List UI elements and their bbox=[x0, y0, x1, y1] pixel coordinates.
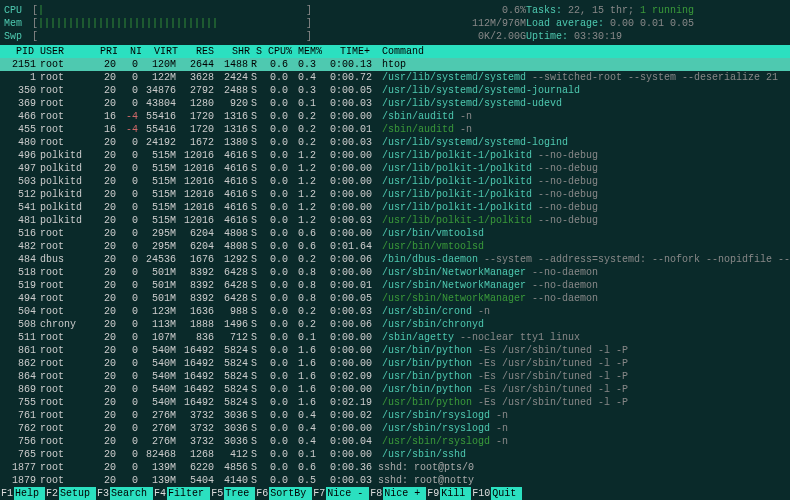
cpu-label: CPU bbox=[4, 4, 32, 17]
table-row[interactable]: 503polkitd200515M120164616S0.01.20:00.00… bbox=[0, 175, 790, 188]
swp-val: 0K/2.00G bbox=[456, 30, 526, 43]
table-row[interactable]: 480root2002419216721380S0.00.20:00.03 /u… bbox=[0, 136, 790, 149]
mem-label: Mem bbox=[4, 17, 32, 30]
fkey-f3[interactable]: F3 bbox=[96, 487, 110, 500]
table-row[interactable]: 496polkitd200515M120164616S0.01.20:00.00… bbox=[0, 149, 790, 162]
table-row[interactable]: 482root200295M62044808S0.00.60:01.64 /us… bbox=[0, 240, 790, 253]
flabel-sortby[interactable]: SortBy bbox=[269, 487, 312, 500]
table-row[interactable]: 864root200540M164925824S0.01.60:02.09 /u… bbox=[0, 370, 790, 383]
table-row[interactable]: 762root200276M37323036S0.00.40:00.00 /us… bbox=[0, 422, 790, 435]
table-row[interactable]: 484dbus2002453616761292S0.00.20:00.06 /b… bbox=[0, 253, 790, 266]
table-row[interactable]: 519root200501M83926428S0.00.80:00.01 /us… bbox=[0, 279, 790, 292]
fkey-f5[interactable]: F5 bbox=[210, 487, 224, 500]
footer: F1HelpF2SetupF3SearchF4FilterF5TreeF6Sor… bbox=[0, 487, 790, 500]
table-row[interactable]: 481polkitd200515M120164616S0.01.20:00.03… bbox=[0, 214, 790, 227]
table-row[interactable]: 765root200824681268412S0.00.10:00.00 /us… bbox=[0, 448, 790, 461]
table-row[interactable]: 756root200276M37323036S0.00.40:00.04 /us… bbox=[0, 435, 790, 448]
table-row[interactable]: 497polkitd200515M120164616S0.01.20:00.00… bbox=[0, 162, 790, 175]
table-row[interactable]: 504root200123M1636988S0.00.20:00.03 /usr… bbox=[0, 305, 790, 318]
table-row[interactable]: 861root200540M164925824S0.01.60:00.00 /u… bbox=[0, 344, 790, 357]
table-row[interactable]: 369root200438041280920S0.00.10:00.03 /us… bbox=[0, 97, 790, 110]
swp-meter: Swp [] 0K/2.00G bbox=[4, 30, 526, 43]
process-list[interactable]: 2151root200120M26441488R0.60.30:00.13 ht… bbox=[0, 58, 790, 500]
table-row[interactable]: 761root200276M37323036S0.00.40:00.02 /us… bbox=[0, 409, 790, 422]
fkey-f2[interactable]: F2 bbox=[45, 487, 59, 500]
table-row[interactable]: 541polkitd200515M120164616S0.01.20:00.00… bbox=[0, 201, 790, 214]
flabel-kill[interactable]: Kill bbox=[440, 487, 471, 500]
fkey-f1[interactable]: F1 bbox=[0, 487, 14, 500]
table-row[interactable]: 2151root200120M26441488R0.60.30:00.13 ht… bbox=[0, 58, 790, 71]
load-line: Load average: 0.00 0.01 0.05 bbox=[526, 17, 786, 30]
cpu-pct: 0.6% bbox=[456, 4, 526, 17]
table-row[interactable]: 350root2003487627922488S0.00.30:00.05 /u… bbox=[0, 84, 790, 97]
table-row[interactable]: 869root200540M164925824S0.01.60:00.00 /u… bbox=[0, 383, 790, 396]
flabel-setup[interactable]: Setup bbox=[59, 487, 96, 500]
table-row[interactable]: 1879root200139M54044140S0.00.50:00.03 ss… bbox=[0, 474, 790, 487]
fkey-f7[interactable]: F7 bbox=[312, 487, 326, 500]
table-row[interactable]: 1877root200139M62204856S0.00.60:00.36 ss… bbox=[0, 461, 790, 474]
fkey-f6[interactable]: F6 bbox=[255, 487, 269, 500]
flabel-help[interactable]: Help bbox=[14, 487, 45, 500]
flabel-tree[interactable]: Tree bbox=[224, 487, 255, 500]
flabel-nice +[interactable]: Nice + bbox=[383, 487, 426, 500]
meters: CPU [|] 0.6% Mem [||||||||||||||||||||||… bbox=[4, 4, 526, 43]
cpu-bar: | bbox=[38, 5, 44, 16]
flabel-search[interactable]: Search bbox=[110, 487, 153, 500]
table-row[interactable]: 516root200295M62044808S0.00.60:00.00 /us… bbox=[0, 227, 790, 240]
flabel-quit[interactable]: Quit bbox=[491, 487, 522, 500]
mem-bar: |||||||||||||||||||||||||||||| bbox=[38, 18, 218, 29]
table-row[interactable]: 1root200122M36282424S0.00.40:00.72 /usr/… bbox=[0, 71, 790, 84]
mem-val: 112M/976M bbox=[456, 17, 526, 30]
table-row[interactable]: 518root200501M83926428S0.00.80:00.00 /us… bbox=[0, 266, 790, 279]
fkey-f4[interactable]: F4 bbox=[153, 487, 167, 500]
fkey-f8[interactable]: F8 bbox=[369, 487, 383, 500]
fkey-f9[interactable]: F9 bbox=[426, 487, 440, 500]
header: CPU [|] 0.6% Mem [||||||||||||||||||||||… bbox=[0, 0, 790, 45]
uptime-line: Uptime: 03:30:19 bbox=[526, 30, 786, 43]
mem-meter: Mem [||||||||||||||||||||||||||||||] 112… bbox=[4, 17, 526, 30]
table-row[interactable]: 512polkitd200515M120164616S0.01.20:00.00… bbox=[0, 188, 790, 201]
fkey-f10[interactable]: F10 bbox=[471, 487, 491, 500]
table-row[interactable]: 755root200540M164925824S0.01.60:02.19 /u… bbox=[0, 396, 790, 409]
cpu-meter: CPU [|] 0.6% bbox=[4, 4, 526, 17]
table-row[interactable]: 511root200107M836712S0.00.10:00.00 /sbin… bbox=[0, 331, 790, 344]
tasks-line: Tasks: 22, 15 thr; 1 running bbox=[526, 4, 786, 17]
table-row[interactable]: 466root16-45541617201316S0.00.20:00.00 /… bbox=[0, 110, 790, 123]
flabel-filter[interactable]: Filter bbox=[167, 487, 210, 500]
table-row[interactable]: 508chrony200113M18881496S0.00.20:00.06 /… bbox=[0, 318, 790, 331]
swp-label: Swp bbox=[4, 30, 32, 43]
table-row[interactable]: 862root200540M164925824S0.01.60:00.00 /u… bbox=[0, 357, 790, 370]
summary: Tasks: 22, 15 thr; 1 running Load averag… bbox=[526, 4, 786, 43]
table-row[interactable]: 455root16-45541617201316S0.00.20:00.01 /… bbox=[0, 123, 790, 136]
column-header[interactable]: PID USER PRI NI VIRT RES SHR S CPU% MEM%… bbox=[0, 45, 790, 58]
table-row[interactable]: 494root200501M83926428S0.00.80:00.05 /us… bbox=[0, 292, 790, 305]
flabel-nice -[interactable]: Nice - bbox=[326, 487, 369, 500]
